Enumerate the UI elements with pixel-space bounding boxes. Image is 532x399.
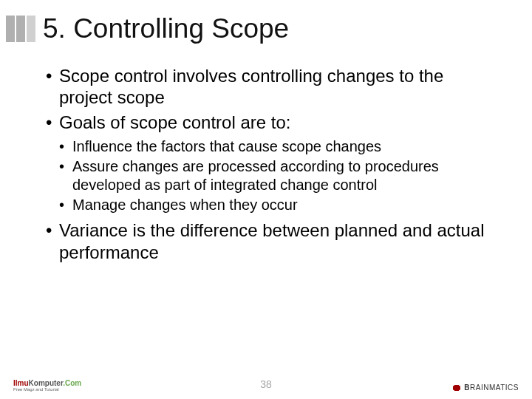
sub-bullet-list: Influence the factors that cause scope c…: [59, 137, 495, 214]
logo-bold: B: [464, 383, 470, 392]
bar-icon: [16, 16, 25, 42]
bullet-item: Goals of scope control are to: Influence…: [46, 112, 495, 214]
logo-part: Komputer: [29, 379, 64, 387]
bar-icon: [6, 16, 15, 42]
brain-icon: [451, 384, 462, 392]
footer: IlmuKomputer.Com Free Magz and Tutorial …: [0, 380, 532, 392]
bullet-list: Scope control involves controlling chang…: [46, 65, 495, 263]
logo-rest: RAINMATICS: [470, 383, 519, 392]
sub-bullet-item: Assure changes are processed according t…: [59, 157, 495, 194]
logo-part: .Com: [63, 379, 81, 387]
slide: 5. Controlling Scope Scope control invol…: [0, 0, 532, 399]
footer-logo-left: IlmuKomputer.Com Free Magz and Tutorial: [13, 380, 81, 392]
title-row: 5. Controlling Scope: [0, 0, 532, 44]
footer-logo-right: BRAINMATICS: [451, 383, 519, 392]
sub-bullet-item: Influence the factors that cause scope c…: [59, 137, 495, 155]
footer-logo-left-name: IlmuKomputer.Com: [13, 380, 81, 387]
bullet-text: Goals of scope control are to:: [59, 112, 291, 132]
title-decoration-bars: [6, 16, 35, 42]
footer-logo-right-text: BRAINMATICS: [464, 383, 519, 392]
bullet-item: Variance is the difference between plann…: [46, 219, 495, 263]
slide-content: Scope control involves controlling chang…: [0, 44, 532, 263]
sub-bullet-item: Manage changes when they occur: [59, 196, 495, 214]
logo-part: Ilmu: [13, 379, 29, 387]
footer-logo-left-tagline: Free Magz and Tutorial: [13, 387, 81, 392]
bullet-item: Scope control involves controlling chang…: [46, 65, 495, 109]
bar-icon: [27, 16, 35, 42]
slide-title: 5. Controlling Scope: [43, 13, 289, 44]
